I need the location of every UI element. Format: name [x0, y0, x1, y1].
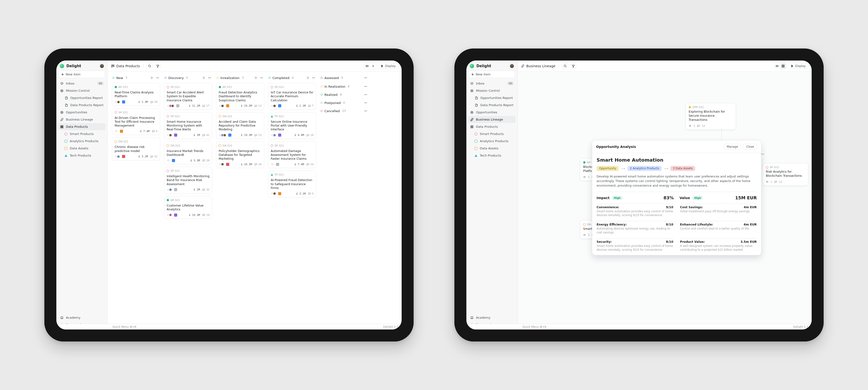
list-view-button[interactable]	[774, 63, 780, 69]
kanban-card[interactable]: SP-321 Smart Home Insurance Monitoring S…	[164, 112, 212, 139]
sidebar-inbox[interactable]: Inbox00	[468, 80, 516, 87]
sidebar-data-products[interactable]: Data Products	[58, 123, 105, 130]
list-view-button[interactable]	[365, 63, 370, 69]
avatar[interactable]	[510, 64, 514, 68]
search-button[interactable]	[562, 63, 568, 69]
sidebar-data-assets[interactable]: Data Assets	[58, 145, 105, 152]
kanban-card[interactable]: DA-321 Accident and Claim Data Repositor…	[216, 112, 264, 139]
kanban-card[interactable]: TP-321 AI-Powered Fraud Detection to Saf…	[268, 170, 316, 197]
kanban-card[interactable]: SP-321 Intelligent Health Monitoring Ban…	[164, 167, 212, 194]
column-more-button[interactable]	[311, 76, 316, 80]
grid-view-button[interactable]	[780, 63, 786, 69]
kanban-card[interactable]: DA-321 Chronic disease risk predictive m…	[112, 137, 160, 160]
avatar	[171, 104, 174, 108]
manage-button[interactable]: Manage	[724, 144, 741, 149]
sidebar-mission-control[interactable]: Mission Control	[58, 87, 105, 94]
add-card-button[interactable]	[150, 76, 154, 80]
avatar	[117, 155, 120, 158]
sidebar-opp-report[interactable]: Opportunities Report	[468, 94, 516, 101]
lineage-canvas[interactable]: OPP-321 Exploring Blockchain for Secure …	[518, 72, 812, 330]
filter-button[interactable]	[570, 63, 576, 69]
card-comments: 5	[152, 130, 158, 133]
view-toggle[interactable]	[774, 63, 786, 69]
avatars	[219, 134, 226, 137]
card-code: DA-321	[170, 144, 180, 147]
version-label: Delight 2.1	[383, 325, 398, 329]
sidebar-data-products[interactable]: Data Products	[468, 123, 516, 130]
kanban-card[interactable]: SP-321 Automated Damage Assessment Syste…	[268, 141, 316, 168]
avatar	[273, 134, 276, 137]
stacked-status[interactable]: In Realization6	[320, 84, 368, 89]
display-button[interactable]: Display	[378, 63, 398, 69]
circle-icon	[167, 170, 169, 172]
stacked-status[interactable]: Postponed0	[320, 100, 368, 105]
avatar	[167, 159, 170, 162]
stacked-status[interactable]: Realized8	[320, 92, 368, 97]
display-button[interactable]: Display	[788, 63, 808, 69]
column-more-button[interactable]	[259, 76, 264, 80]
sidebar-opp-report[interactable]: Opportunities Report	[58, 94, 105, 101]
kanban-card[interactable]: DA-321 Insurance Market Trends Dashboard…	[164, 141, 212, 165]
opportunity-analysis-panel: Opportunity Analysis Manage Close Smart …	[592, 140, 761, 255]
kanban-board[interactable]: New 3 AP-321 Real-Time Claims Analysis P…	[108, 72, 402, 330]
avatars	[271, 163, 274, 166]
status-dot-icon	[269, 77, 271, 79]
sidebar-smart-products[interactable]: Smart Products	[58, 131, 105, 137]
sidebar-tech-products[interactable]: Tech Products	[58, 152, 105, 159]
stacked-status[interactable]: Cancelled23	[320, 108, 368, 114]
card-title: AI-Powered Fraud Detection to Safeguard …	[271, 178, 314, 190]
kanban-card[interactable]: AP-321 Real-Time Claims Analysis Platfor…	[112, 83, 160, 106]
sidebar-business-lineage[interactable]: Business Lineage	[468, 116, 516, 123]
add-card-button[interactable]	[254, 76, 258, 80]
sidebar-data-assets[interactable]: Data Assets	[468, 145, 516, 152]
add-card-button[interactable]	[202, 76, 206, 80]
sidebar-academy[interactable]: Academy	[468, 314, 516, 321]
filter-button[interactable]	[155, 63, 161, 69]
close-button[interactable]: Close	[743, 144, 757, 149]
priority-badge	[174, 188, 177, 191]
kanban-column: New 3 AP-321 Real-Time Claims Analysis P…	[112, 76, 160, 325]
kanban-card[interactable]: SP-321 Smart Car Accident Alert System t…	[164, 83, 212, 110]
sidebar-business-lineage[interactable]: Business Lineage	[58, 116, 105, 123]
status-more-button[interactable]	[364, 92, 368, 97]
triangle-icon	[474, 155, 477, 157]
sidebar-mission-control[interactable]: Mission Control	[468, 87, 516, 94]
kanban-card[interactable]: DA-321 Policyholder Demographics Databas…	[216, 141, 264, 168]
sidebar-opportunities[interactable]: Opportunities	[58, 109, 105, 116]
metric: Security:8/10Smart home automation provi…	[596, 238, 673, 253]
kanban-card[interactable]: AP-321 Customer Lifetime Value Analytics…	[164, 196, 212, 219]
add-view-button[interactable]	[370, 63, 376, 69]
kanban-card[interactable]: TP-321 Secure Online Insurance Portal wi…	[268, 112, 316, 139]
card-comments: 34	[254, 163, 261, 166]
brand: Delight	[66, 64, 81, 68]
priority-badge	[226, 163, 229, 166]
status-more-button[interactable]	[364, 84, 368, 89]
new-item-button[interactable]: New item	[469, 71, 515, 78]
card-title: Automated Damage Assessment System for F…	[271, 149, 314, 161]
sidebar-smart-products[interactable]: Smart Products	[468, 131, 516, 137]
sidebar-dp-report[interactable]: Data Products Report	[58, 102, 105, 109]
sidebar-inbox[interactable]: Inbox00	[58, 80, 105, 87]
add-card-button[interactable]	[306, 76, 310, 80]
new-item-button[interactable]: New item	[59, 71, 105, 78]
status-more-button[interactable]	[364, 109, 368, 113]
avatars	[115, 130, 118, 133]
kanban-card[interactable]: SP-321 IoT Car Insurance Device for Accu…	[268, 83, 316, 110]
column-more-button[interactable]	[208, 76, 212, 80]
kanban-card[interactable]: SP-321 AI-Driven Claim Processing Tool f…	[112, 108, 160, 135]
search-button[interactable]	[147, 63, 153, 69]
lineage-node-opportunity[interactable]: OPP-321 Exploring Blockchain for Secure …	[685, 103, 736, 130]
sidebar-academy[interactable]: Academy	[58, 314, 105, 321]
lineage-node-sp[interactable]: SP-321 Risk Analytics for Blockchain Tra…	[763, 163, 808, 186]
sidebar-tech-products[interactable]: Tech Products	[468, 152, 516, 159]
sidebar-analytics-products[interactable]: Analytics Products	[468, 138, 516, 145]
sidebar-analytics-products[interactable]: Analytics Products	[58, 138, 105, 145]
status-more-button[interactable]	[364, 101, 368, 105]
column-more-button[interactable]	[155, 76, 160, 80]
sidebar-dp-report[interactable]: Data Products Report	[468, 102, 516, 109]
view-toggle[interactable]	[364, 63, 376, 69]
kanban-card[interactable]: AP-321 Fraud Detection Analytics Dashboa…	[216, 83, 264, 110]
column-more-button[interactable]	[364, 76, 368, 80]
sidebar-opportunities[interactable]: Opportunities	[468, 109, 516, 116]
avatar[interactable]	[100, 64, 104, 68]
